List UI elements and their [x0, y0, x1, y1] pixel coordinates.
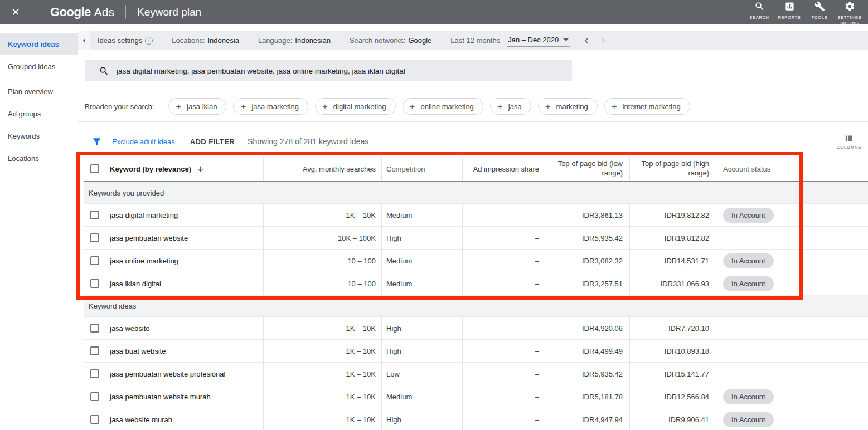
header-bid-low[interactable]: Top of page bid (low range) — [546, 157, 630, 181]
ad-impression-share-cell: – — [463, 340, 546, 362]
row-checkbox-cell — [84, 317, 106, 339]
collapse-panel-button[interactable] — [78, 31, 90, 50]
date-range-select[interactable]: Jan – Dec 2020 — [507, 35, 570, 47]
avg-monthly-searches-cell: 10 – 100 — [264, 250, 382, 272]
row-checkbox[interactable] — [90, 392, 99, 401]
header-bid-high[interactable]: Top of page bid (high range) — [630, 157, 716, 181]
period-pager — [581, 35, 609, 46]
plus-icon: + — [410, 102, 415, 111]
row-empty-cell — [804, 317, 868, 339]
locations-setting[interactable]: Locations: Indonesia — [172, 36, 239, 45]
avg-monthly-searches-cell: 1K – 10K — [264, 340, 382, 362]
header-ad-impression-share[interactable]: Ad impression share — [463, 157, 546, 181]
language-setting[interactable]: Language: Indonesian — [258, 36, 331, 45]
table-row: jasa website 1K – 10K High – IDR4,920.06… — [84, 317, 868, 340]
row-checkbox-cell — [84, 250, 106, 272]
chevron-left-icon[interactable] — [581, 35, 592, 46]
table-row: jasa online marketing 10 – 100 Medium – … — [84, 250, 868, 272]
in-account-chip: In Account — [723, 208, 774, 223]
chevron-right-icon[interactable] — [598, 35, 609, 46]
bid-high-cell: IDR9,906.41 — [630, 408, 716, 430]
avg-monthly-searches-cell: 1K – 10K — [264, 317, 382, 339]
ideas-settings-menu[interactable]: Ideas settings i — [98, 36, 153, 45]
page-title: Keyword plan — [137, 6, 201, 18]
keyword-cell: jasa online marketing — [106, 250, 264, 272]
reports-icon — [784, 1, 795, 13]
row-checkbox[interactable] — [90, 279, 99, 288]
bid-high-cell: IDR10,893.18 — [630, 340, 716, 362]
broaden-chip[interactable]: +online marketing — [403, 98, 483, 115]
row-empty-cell — [804, 272, 868, 295]
networks-setting[interactable]: Search networks: Google — [350, 36, 431, 45]
table-row: jasa pembuatan website profesional 1K – … — [84, 363, 868, 385]
broaden-chips: +jasa iklan +jasa marketing +digital mar… — [168, 98, 690, 115]
avg-monthly-searches-cell: 1K – 10K — [264, 408, 382, 430]
add-filter-button[interactable]: ADD FILTER — [190, 138, 235, 146]
sidebar-item-locations[interactable]: Locations — [0, 147, 78, 169]
broaden-chip[interactable]: +marketing — [538, 98, 598, 115]
avg-monthly-searches-cell: 1K – 10K — [264, 363, 382, 385]
account-status-cell: In Account — [716, 272, 804, 295]
ad-impression-share-cell: – — [463, 204, 546, 226]
row-checkbox[interactable] — [90, 415, 99, 424]
ad-impression-share-cell: – — [463, 385, 546, 408]
settings-billing-nav-button[interactable]: SETTINGSBILLING — [835, 0, 865, 26]
ad-impression-share-cell: – — [463, 363, 546, 385]
header-avg-monthly-searches[interactable]: Avg. monthly searches — [264, 157, 382, 181]
keyword-text: jasa pembuatan website profesional — [110, 370, 225, 378]
row-checkbox[interactable] — [90, 233, 99, 242]
broaden-search-label: Broaden your search: — [85, 102, 154, 111]
keyword-cell: jasa pembuatan website murah — [106, 385, 264, 408]
bid-high-cell: IDR14,531.71 — [630, 250, 716, 272]
avg-monthly-searches-cell: 1K – 10K — [264, 204, 382, 226]
keyword-cell: jasa website murah — [106, 408, 264, 430]
columns-button[interactable]: COLUMNS — [837, 134, 861, 150]
broaden-chip[interactable]: +jasa iklan — [168, 98, 226, 115]
broaden-chip[interactable]: +jasa marketing — [233, 98, 308, 115]
search-icon — [754, 1, 765, 13]
search-nav-button[interactable]: SEARCH — [744, 0, 774, 21]
keyword-search-input[interactable] — [117, 60, 572, 81]
competition-cell: Medium — [382, 272, 463, 295]
select-all-checkbox[interactable] — [90, 164, 99, 173]
sidebar-item-plan-overview[interactable]: Plan overview — [0, 80, 78, 102]
tools-icon — [814, 1, 825, 13]
filter-icon[interactable] — [91, 136, 102, 147]
row-checkbox[interactable] — [90, 256, 99, 265]
sidebar-item-grouped-ideas[interactable]: Grouped ideas — [0, 55, 78, 77]
bid-low-cell: IDR3,861.13 — [546, 204, 630, 226]
row-checkbox[interactable] — [90, 211, 99, 219]
keyword-cell: jasa pembuatan website — [106, 227, 264, 249]
ad-impression-share-cell: – — [463, 272, 546, 295]
sidebar-item-keywords[interactable]: Keywords — [0, 125, 78, 147]
row-empty-cell — [804, 408, 868, 430]
exclude-adult-ideas-link[interactable]: Exclude adult ideas — [112, 138, 175, 146]
sidebar-divider — [8, 79, 72, 79]
sidebar-item-ad-groups[interactable]: Ad groups — [0, 102, 78, 125]
row-checkbox-cell — [84, 272, 106, 295]
broaden-chip[interactable]: +jasa — [490, 98, 531, 115]
in-account-chip: In Account — [723, 389, 774, 404]
row-checkbox[interactable] — [90, 324, 99, 333]
bid-high-cell: IDR15,141.77 — [630, 363, 716, 385]
avg-monthly-searches-cell: 10 – 100 — [264, 272, 382, 295]
tools-nav-button[interactable]: TOOLS — [804, 0, 835, 21]
chevron-down-icon — [563, 38, 569, 41]
header-competition[interactable]: Competition — [382, 157, 463, 181]
competition-cell: Medium — [382, 250, 463, 272]
competition-cell: High — [382, 227, 463, 249]
header-keyword[interactable]: Keyword (by relevance) — [106, 157, 264, 181]
broaden-chip[interactable]: +internet marketing — [604, 98, 690, 115]
bid-high-cell: IDR331,066.93 — [630, 272, 716, 295]
bid-low-cell: IDR5,181.78 — [546, 385, 630, 408]
row-checkbox-cell — [84, 340, 106, 362]
broaden-chip[interactable]: +digital marketing — [315, 98, 396, 115]
row-checkbox[interactable] — [90, 369, 99, 378]
sidebar-item-keyword-ideas[interactable]: Keyword ideas — [0, 33, 78, 55]
row-checkbox[interactable] — [90, 346, 99, 355]
table-section-header: Keywords you provided — [84, 182, 868, 204]
reports-nav-button[interactable]: REPORTS — [774, 0, 804, 21]
keyword-text: jasa website murah — [110, 416, 172, 424]
close-icon[interactable]: ✕ — [0, 6, 31, 18]
header-account-status[interactable]: Account status — [716, 157, 804, 181]
